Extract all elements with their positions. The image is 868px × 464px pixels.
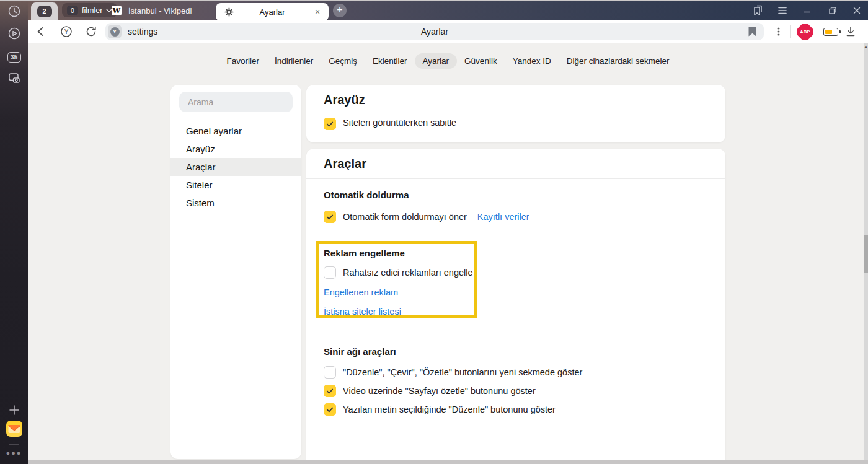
nav-tab-diger-cihazlar[interactable]: Diğer cihazlardaki sekmeler	[567, 56, 670, 66]
tab-group-count-badge: 0	[67, 6, 78, 15]
setting-label: Rahatsız edici reklamları engelle	[343, 268, 473, 278]
checkbox[interactable]	[324, 118, 336, 130]
scrollbar-up-arrow[interactable]: ▲	[864, 45, 868, 48]
checkbox[interactable]	[324, 211, 336, 223]
sidebar-item-sistem[interactable]: Sistem	[170, 194, 301, 212]
yandex-mail-icon[interactable]	[0, 421, 28, 436]
setting-row-otomatik-form: Otomatik form doldurmayı öner Kayıtlı ve…	[324, 210, 725, 224]
setting-label: Video üzerinde "Sayfayı özetle" butonunu…	[343, 386, 536, 396]
settings-search-input[interactable]	[179, 92, 293, 112]
section-title-arayuz: Arayüz	[324, 93, 725, 107]
tools-section-card: Araçlar Otomatik doldurma Otomatik form …	[306, 149, 725, 464]
setting-row-sabitle: Siteleri görüntülerken sabitle	[324, 117, 725, 131]
tab-group-label: filmler	[82, 6, 102, 15]
tab-counter-icon[interactable]: 35	[0, 50, 28, 64]
yandex-home-icon[interactable]: Y	[60, 25, 73, 38]
heading-otomatik-doldurma: Otomatik doldurma	[324, 190, 725, 200]
section-title-araclar: Araçlar	[324, 157, 725, 171]
rail-divider	[9, 444, 19, 445]
battery-nub	[839, 30, 841, 34]
tab-count-badge: 35	[7, 52, 21, 63]
window-bottom-border	[28, 460, 868, 464]
heading-sinir-agi-araclari: Sinir ağı araçları	[324, 346, 725, 357]
wikipedia-favicon: W	[112, 6, 122, 15]
video-play-icon[interactable]	[0, 26, 28, 41]
battery-saver-icon[interactable]	[823, 28, 838, 36]
window-top-border	[0, 0, 868, 1]
address-bar-page-title: Ayarlar	[105, 23, 764, 40]
tab-stack-button[interactable]: 2	[31, 2, 58, 20]
close-tab-icon[interactable]: ×	[312, 7, 322, 17]
add-panel-plus-icon[interactable]	[0, 403, 28, 418]
gear-favicon-icon	[224, 7, 234, 19]
section-divider	[306, 178, 725, 179]
checkbox[interactable]	[324, 366, 336, 379]
heading-reklam-engelleme: Reklam engelleme	[324, 248, 725, 258]
sidebar-item-arayuz[interactable]: Arayüz	[170, 140, 301, 158]
setting-label: Yazılan metin seçildiğinde "Düzenle" but…	[343, 405, 556, 414]
section-divider	[306, 115, 725, 115]
interface-section-card: Arayüz Siteleri görüntülerken sabitle	[306, 85, 725, 142]
kebab-menu-icon[interactable]	[772, 25, 786, 38]
menu-hamburger-icon[interactable]	[776, 4, 789, 17]
more-options-dots-icon[interactable]: ●●●	[0, 449, 28, 457]
svg-text:Y: Y	[64, 28, 69, 35]
settings-menu: Genel ayarlar Arayüz Araçlar Siteler Sis…	[170, 122, 301, 212]
link-istisna-siteler[interactable]: İstisna siteler listesi	[324, 307, 401, 317]
window-minimize-icon[interactable]	[800, 4, 814, 17]
checkbox[interactable]	[324, 403, 336, 416]
history-clock-icon[interactable]	[0, 4, 28, 19]
tab-ayarlar-active[interactable]: Ayarlar ×	[216, 3, 329, 21]
setting-row-neural-buttons: "Düzenle", "Çevir", "Özetle" butonlarını…	[324, 366, 725, 379]
setting-row-video-ozetle: Video üzerinde "Sayfayı özetle" butonunu…	[324, 384, 725, 398]
new-tab-button[interactable]: +	[333, 4, 347, 17]
setting-row-rahatsiz-reklam: Rahatsız edici reklamları engelle	[324, 266, 725, 279]
setting-label: Siteleri görüntülerken sabitle	[343, 118, 456, 128]
downloads-icon[interactable]	[844, 25, 857, 38]
settings-page: Favoriler İndirilenler Geçmiş Eklentiler…	[28, 43, 868, 464]
sidebar-item-siteler[interactable]: Siteler	[170, 176, 301, 194]
nav-tab-ayarlar[interactable]: Ayarlar	[415, 53, 458, 69]
adblock-plus-icon[interactable]: ABP	[797, 24, 813, 40]
settings-sidebar-card: Genel ayarlar Arayüz Araçlar Siteler Sis…	[170, 85, 301, 459]
tab-stack-count-badge: 2	[37, 6, 52, 17]
browser-toolbar: Y Y settings Ayarlar ABP	[28, 20, 868, 43]
nav-tab-favoriler[interactable]: Favoriler	[226, 56, 259, 66]
nav-tab-eklentiler[interactable]: Eklentiler	[373, 56, 407, 66]
scrollbar-thumb[interactable]	[864, 235, 868, 273]
checkbox[interactable]	[324, 266, 336, 279]
window-close-icon[interactable]	[850, 4, 864, 17]
battery-fill	[825, 30, 832, 34]
nav-tab-guvenlik[interactable]: Güvenlik	[464, 56, 497, 66]
setting-label: Otomatik form doldurmayı öner	[343, 212, 467, 222]
window-restore-icon[interactable]	[826, 4, 839, 17]
sidebar-item-genel-ayarlar[interactable]: Genel ayarlar	[170, 122, 301, 140]
setting-row-metin-duzenle: Yazılan metin seçildiğinde "Düzenle" but…	[324, 403, 725, 416]
setting-label: "Düzenle", "Çevir", "Özetle" butonlarını…	[343, 367, 582, 377]
refresh-icon[interactable]	[84, 25, 98, 38]
address-bar[interactable]: Y settings Ayarlar	[105, 23, 764, 40]
checkbox[interactable]	[324, 385, 336, 397]
tab-bar: 2 0 filmler W İstanbul - Vikipedi Ayarla…	[28, 1, 868, 20]
tab-title: İstanbul - Vikipedi	[128, 6, 192, 15]
back-arrow-icon[interactable]	[34, 25, 48, 38]
nav-tab-indirilenler[interactable]: İndirilenler	[275, 56, 313, 66]
sidebar-item-araclar[interactable]: Araçlar	[170, 158, 301, 176]
browser-side-rail: 35 ●●●	[0, 0, 28, 464]
page-scrollbar[interactable]: ▲	[864, 43, 868, 464]
link-engellenen-reklam[interactable]: Engellenen reklam	[324, 287, 398, 297]
toolbar-divider	[790, 25, 790, 38]
nav-tab-yandex-id[interactable]: Yandex ID	[513, 56, 551, 66]
bookmark-flag-icon[interactable]	[748, 27, 756, 39]
settings-nav-tabs: Favoriler İndirilenler Geçmiş Eklentiler…	[28, 56, 868, 66]
link-kayitli-veriler[interactable]: Kayıtlı veriler	[477, 212, 529, 222]
nav-tab-gecmis[interactable]: Geçmiş	[329, 56, 357, 66]
screenshot-camera-icon[interactable]	[0, 71, 28, 86]
side-panel-bookmarks-icon[interactable]	[751, 4, 764, 17]
